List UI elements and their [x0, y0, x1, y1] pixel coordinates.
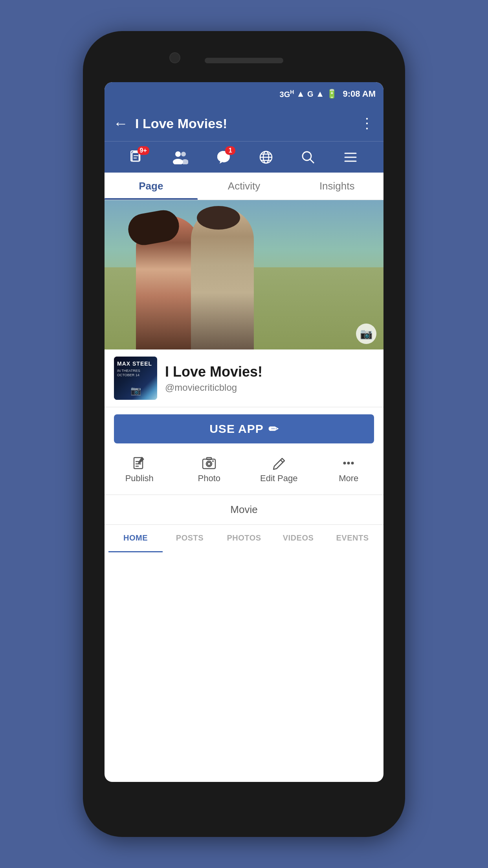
tab-insights[interactable]: Insights — [290, 173, 383, 200]
svg-rect-27 — [207, 458, 211, 460]
profile-pic-camera-icon: 📷 — [130, 386, 141, 396]
bottom-nav-posts[interactable]: POSTS — [163, 525, 217, 552]
profile-handle: @moviecriticblog — [165, 382, 374, 393]
signal-bars: ▲ — [296, 89, 305, 99]
use-app-icon: ✏ — [268, 422, 279, 436]
menu-button[interactable] — [343, 150, 358, 164]
phone-camera — [169, 52, 180, 63]
action-buttons-row: Publish Photo Edit Page — [105, 451, 383, 495]
nav-left-group: ← I Love Movies! — [113, 115, 227, 132]
profile-picture[interactable]: MAX STEEL IN THEATRES OCTOBER 14 📷 — [114, 357, 157, 400]
svg-point-6 — [175, 151, 181, 157]
profile-info: I Love Movies! @moviecriticblog — [165, 363, 374, 393]
status-time: 9:08 AM — [343, 89, 376, 99]
svg-point-32 — [351, 462, 354, 465]
use-app-label: USE APP — [209, 422, 264, 436]
battery-icon: 🔋 — [327, 89, 337, 99]
use-app-button[interactable]: USE APP ✏ — [114, 414, 374, 443]
bottom-nav-home[interactable]: HOME — [108, 525, 163, 552]
notifications-badge: 9+ — [138, 146, 149, 155]
tab-activity[interactable]: Activity — [198, 173, 291, 200]
back-button[interactable]: ← — [113, 115, 128, 132]
svg-point-26 — [207, 462, 211, 465]
globe-button[interactable] — [259, 150, 273, 164]
svg-line-29 — [281, 460, 283, 462]
more-options-button[interactable]: ⋮ — [360, 115, 375, 132]
notifications-button[interactable]: 9+ — [130, 150, 145, 164]
publish-label: Publish — [125, 473, 154, 484]
signal-bars2: ▲ — [316, 89, 325, 99]
more-label: More — [339, 473, 358, 484]
phone-device: 3GH ▲ G ▲ 🔋 9:08 AM ← I Love Movies! ⋮ — [83, 31, 405, 837]
category-tag: Movie — [105, 495, 383, 525]
bottom-nav-photos[interactable]: PHOTOS — [217, 525, 271, 552]
svg-point-28 — [212, 460, 214, 462]
network-text: 3GH — [280, 89, 294, 99]
photo-button[interactable]: Photo — [174, 451, 244, 489]
profile-pic-text: MAX STEEL IN THEATRES OCTOBER 14 — [117, 360, 157, 377]
status-bar: 3GH ▲ G ▲ 🔋 9:08 AM — [105, 82, 383, 106]
svg-point-9 — [182, 159, 188, 164]
messages-badge: 1 — [225, 146, 235, 155]
bottom-nav-events[interactable]: EVENTS — [325, 525, 380, 552]
network-g: G — [307, 90, 314, 99]
search-button[interactable] — [301, 150, 315, 164]
publish-button[interactable]: Publish — [105, 451, 174, 489]
bottom-nav-videos[interactable]: VIDEOS — [271, 525, 325, 552]
page-title: I Love Movies! — [135, 116, 227, 131]
edit-page-button[interactable]: Edit Page — [244, 451, 314, 489]
content-tabs: Page Activity Insights — [105, 173, 383, 200]
svg-point-15 — [303, 152, 311, 160]
network-indicator: 3GH ▲ G ▲ 🔋 — [280, 89, 338, 99]
photo-label: Photo — [198, 473, 221, 484]
more-button[interactable]: More — [314, 451, 384, 489]
friends-button[interactable] — [172, 150, 188, 164]
phone-screen: 3GH ▲ G ▲ 🔋 9:08 AM ← I Love Movies! ⋮ — [105, 82, 383, 782]
messages-button[interactable]: 1 — [216, 150, 231, 164]
tab-page[interactable]: Page — [105, 173, 198, 200]
svg-point-31 — [347, 462, 350, 465]
cover-photo-camera-button[interactable]: 📷 — [356, 324, 376, 344]
cover-photo: 📷 — [105, 200, 383, 349]
edit-page-label: Edit Page — [260, 473, 297, 484]
top-nav-bar: ← I Love Movies! ⋮ — [105, 106, 383, 141]
profile-name: I Love Movies! — [165, 363, 374, 380]
svg-line-16 — [310, 159, 314, 163]
phone-speaker — [205, 58, 283, 63]
svg-point-8 — [181, 152, 186, 156]
svg-point-30 — [343, 462, 346, 465]
icon-bar: 9+ 1 — [105, 141, 383, 173]
bottom-navigation: HOME POSTS PHOTOS VIDEOS EVENTS — [105, 525, 383, 552]
profile-section: MAX STEEL IN THEATRES OCTOBER 14 📷 I Lov… — [105, 349, 383, 407]
